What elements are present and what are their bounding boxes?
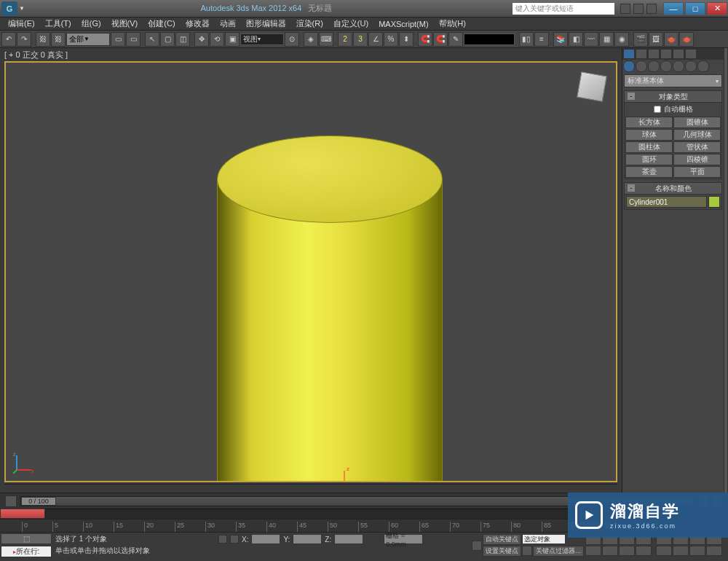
unlink-icon[interactable]: ⛓ (51, 32, 66, 47)
app-menu-arrow-icon[interactable]: ▼ (19, 5, 25, 12)
manip-icon[interactable]: ◈ (304, 32, 318, 47)
menu-help[interactable]: 帮助(H) (434, 18, 471, 29)
pivot-icon[interactable]: ⊙ (285, 32, 299, 47)
material-icon[interactable]: ◉ (614, 32, 629, 47)
magnet1-icon[interactable]: 🧲 (418, 32, 432, 47)
window-minimize-button[interactable]: — (663, 2, 684, 15)
keystep-icon[interactable] (602, 546, 618, 556)
nav-misc-icon[interactable] (706, 546, 722, 556)
window-maximize-button[interactable]: □ (685, 2, 705, 15)
prim-torus-button[interactable]: 圆环 (625, 154, 673, 165)
menu-grapheditor[interactable]: 图形编辑器 (241, 18, 291, 29)
cat-helpers-icon[interactable] (673, 60, 684, 72)
tab-motion-icon[interactable] (660, 49, 672, 59)
prim-teapot-button[interactable]: 茶壶 (625, 166, 673, 178)
prim-pyramid-button[interactable]: 四棱锥 (673, 154, 721, 165)
snap3d-icon[interactable]: 3 (353, 32, 368, 47)
scale-icon[interactable]: ▣ (225, 32, 240, 47)
keymode-icon[interactable] (522, 546, 532, 556)
prim-plane-button[interactable]: 平面 (673, 166, 721, 178)
star-icon[interactable] (633, 4, 644, 14)
redo-icon[interactable]: ↷ (17, 32, 31, 47)
cylinder-object[interactable]: z y x (217, 136, 443, 482)
setkey-button[interactable]: 设置关键点 (483, 546, 521, 557)
window-cross-icon[interactable]: ◫ (175, 32, 190, 47)
cursor-icon[interactable]: ↖ (145, 32, 159, 47)
prim-cone-button[interactable]: 圆锥体 (673, 117, 721, 128)
menu-maxscript[interactable]: MAXScript(M) (373, 20, 433, 28)
select-icon[interactable]: ▭ (111, 32, 125, 47)
track-toggle-icon[interactable] (5, 495, 17, 507)
coord-z-input[interactable] (334, 534, 363, 544)
curve-editor-icon[interactable]: 〰 (584, 32, 598, 47)
menu-modifiers[interactable]: 修改器 (181, 18, 215, 29)
percent-snap-icon[interactable]: % (384, 32, 398, 47)
selection-range-bar[interactable] (0, 509, 45, 519)
rollout-namecolor-header[interactable]: -名称和颜色 (625, 183, 721, 195)
key-target-dropdown[interactable]: 选定对象 (522, 534, 566, 544)
app-logo-icon[interactable]: G (1, 1, 17, 16)
frame-input[interactable] (636, 546, 652, 556)
menu-render[interactable]: 渲染(R) (291, 18, 328, 29)
time-config-icon[interactable] (619, 546, 635, 556)
help-icon[interactable] (646, 4, 657, 14)
rollout-objtype-header[interactable]: -对象类型 (625, 91, 721, 103)
lock2-icon[interactable] (230, 535, 239, 544)
render-setup-icon[interactable]: 🎬 (633, 32, 648, 47)
render-prod-icon[interactable]: 🫖 (664, 32, 678, 47)
script-mini-button[interactable]: ⬚ (1, 533, 52, 544)
help-search-input[interactable]: 键入关键字或短语 (513, 3, 614, 15)
menu-group[interactable]: 组(G) (76, 18, 106, 29)
prim-geosphere-button[interactable]: 几何球体 (673, 129, 721, 141)
move-icon[interactable]: ✥ (194, 32, 209, 47)
angle-snap-icon[interactable]: ∠ (368, 32, 383, 47)
autogrid-checkbox[interactable] (654, 106, 661, 113)
window-close-button[interactable]: ✕ (707, 2, 727, 15)
cat-shapes-icon[interactable] (636, 60, 647, 72)
coord-x-input[interactable] (251, 534, 280, 544)
menu-tools[interactable]: 工具(T) (40, 18, 76, 29)
viewport[interactable]: z y x z x (4, 61, 617, 482)
graphite-icon[interactable]: ◧ (569, 32, 583, 47)
prim-tube-button[interactable]: 管状体 (673, 141, 721, 153)
key-icon[interactable] (472, 541, 482, 551)
primitive-category-dropdown[interactable]: 标准基本体▾ (624, 74, 722, 87)
menu-customize[interactable]: 自定义(U) (328, 18, 373, 29)
object-color-swatch[interactable] (708, 196, 720, 208)
render-frame-icon[interactable]: 🖼 (649, 32, 663, 47)
pan-icon[interactable] (656, 546, 672, 556)
tab-hierarchy-icon[interactable] (648, 49, 660, 59)
rotate-icon[interactable]: ⟲ (210, 32, 224, 47)
lock-icon[interactable] (218, 535, 227, 544)
autokey-button[interactable]: 自动关键点 (483, 534, 521, 545)
menu-view[interactable]: 视图(V) (106, 18, 143, 29)
goto-end-icon[interactable] (585, 546, 601, 556)
cat-cameras-icon[interactable] (660, 60, 672, 72)
selection-filter-dropdown[interactable]: 全部 ▼ (66, 33, 110, 46)
menu-create[interactable]: 创建(C) (143, 18, 180, 29)
spinner-snap-icon[interactable]: ⬍ (399, 32, 414, 47)
tab-utilities-icon[interactable] (685, 49, 697, 59)
named-selset-dropdown[interactable] (464, 34, 515, 45)
cat-systems-icon[interactable] (697, 60, 709, 72)
orbit-icon[interactable] (673, 546, 689, 556)
cat-geometry-icon[interactable] (623, 60, 635, 72)
viewport-hscroll[interactable] (4, 484, 617, 493)
rect-select-icon[interactable]: ▢ (160, 32, 175, 47)
align-icon[interactable]: ≡ (534, 32, 549, 47)
info-icon[interactable] (620, 4, 630, 14)
cat-spacewarps-icon[interactable] (685, 60, 697, 72)
current-row-button[interactable]: ▸所在行: (1, 546, 52, 557)
mirror-icon[interactable]: ▮▯ (519, 32, 534, 47)
magnet2-icon[interactable]: 🧲 (433, 32, 448, 47)
render-last-icon[interactable]: 🫖 (679, 32, 694, 47)
maximize-viewport-icon[interactable] (689, 546, 705, 556)
menu-edit[interactable]: 编辑(E) (3, 18, 40, 29)
layers-icon[interactable]: 📚 (553, 32, 568, 47)
ref-coord-dropdown[interactable]: 视图 ▾ (240, 34, 284, 45)
panel-resize-handle[interactable] (724, 48, 728, 493)
viewport-label[interactable]: [ + 0 正交 0 真实 ] (0, 48, 622, 61)
tab-display-icon[interactable] (673, 49, 684, 59)
prim-box-button[interactable]: 长方体 (625, 117, 673, 128)
menu-animation[interactable]: 动画 (215, 18, 241, 29)
